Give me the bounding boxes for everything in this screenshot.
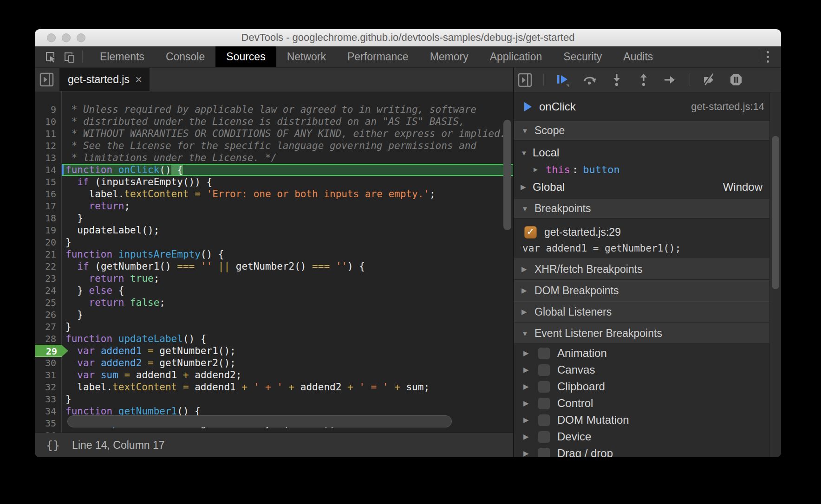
section-event-listener-breakpoints[interactable]: ▼ Event Listener Breakpoints — [514, 323, 781, 344]
tab-console[interactable]: Console — [155, 46, 215, 67]
code-text[interactable] — [62, 429, 513, 433]
show-navigator-icon[interactable] — [39, 72, 54, 87]
line-number[interactable]: 33 — [35, 393, 62, 405]
line-number[interactable]: 19 — [35, 224, 62, 236]
breakpoint-marker[interactable]: 29 — [35, 345, 68, 357]
code-line-24[interactable]: 24 } else { — [35, 284, 513, 297]
chevron-right-icon[interactable]: ▶ — [523, 382, 531, 391]
tab-sources[interactable]: Sources — [215, 46, 276, 67]
customize-menu-icon[interactable] — [759, 51, 776, 63]
chevron-right-icon[interactable]: ▶ — [523, 399, 531, 407]
tab-performance[interactable]: Performance — [337, 46, 419, 67]
code-line-22[interactable]: 22 if (getNumber1() === '' || getNumber2… — [35, 260, 513, 272]
code-line-30[interactable]: 30 var addend2 = getNumber2(); — [35, 357, 513, 369]
line-number[interactable]: 36 — [35, 429, 62, 433]
resume-script-icon[interactable] — [555, 72, 571, 88]
vertical-scrollbar[interactable] — [503, 120, 511, 230]
code-text[interactable]: * WITHOUT WARRANTIES OR CONDITIONS OF AN… — [62, 128, 513, 140]
category-checkbox[interactable] — [538, 414, 550, 426]
step-into-icon[interactable] — [609, 72, 625, 88]
code-line-14[interactable]: 14function onClick() { — [35, 164, 513, 176]
code-line-28[interactable]: 28function updateLabel() { — [35, 333, 513, 345]
line-number[interactable]: 26 — [35, 309, 62, 321]
line-number[interactable]: 24 — [35, 284, 62, 297]
tab-memory[interactable]: Memory — [419, 46, 479, 67]
file-tab-get-started[interactable]: get-started.js × — [59, 68, 150, 91]
code-text[interactable]: updateLabel(); — [62, 224, 513, 236]
code-line-11[interactable]: 11 * WITHOUT WARRANTIES OR CONDITIONS OF… — [35, 128, 513, 140]
step-over-icon[interactable] — [582, 72, 598, 88]
code-text[interactable]: * limitations under the License. */ — [62, 152, 513, 164]
code-line-12[interactable]: 12 * See the License for the specific la… — [35, 140, 513, 152]
code-line-26[interactable]: 26 } — [35, 309, 513, 321]
line-number[interactable]: 9 — [35, 103, 62, 116]
scope-this-entry[interactable]: ▶ this: button — [514, 161, 781, 178]
code-line-15[interactable]: 15 if (inputsAreEmpty()) { — [35, 176, 513, 188]
step-icon[interactable] — [663, 72, 678, 88]
section-breakpoints[interactable]: ▼ Breakpoints — [514, 199, 781, 219]
breakpoint-entry[interactable]: get-started.js:29 — [514, 224, 781, 240]
category-checkbox[interactable] — [538, 347, 550, 360]
code-line-13[interactable]: 13 * limitations under the License. */ — [35, 152, 513, 164]
code-line-29[interactable]: 29 var addend1 = getNumber1(); — [35, 345, 513, 357]
line-number[interactable]: 34 — [35, 405, 62, 417]
code-text[interactable]: return; — [62, 200, 513, 212]
code-line-10[interactable]: 10 * distributed under the License is di… — [35, 116, 513, 128]
sidebar-scrollbar[interactable] — [769, 92, 781, 457]
tab-audits[interactable]: Audits — [612, 46, 664, 67]
device-toolbar-icon[interactable] — [63, 50, 76, 63]
section-dom-breakpoints[interactable]: ▶ DOM Breakpoints — [514, 280, 781, 301]
category-checkbox[interactable] — [538, 381, 550, 393]
code-line-23[interactable]: 23 return true; — [35, 272, 513, 284]
line-number[interactable]: 11 — [35, 128, 62, 140]
category-checkbox[interactable] — [538, 447, 550, 458]
code-text[interactable]: } — [62, 393, 513, 405]
step-out-icon[interactable] — [636, 72, 652, 88]
line-number[interactable]: 21 — [35, 248, 62, 260]
code-text[interactable]: } — [62, 309, 513, 321]
code-text[interactable]: * distributed under the License is distr… — [62, 116, 513, 128]
line-number[interactable]: 20 — [35, 236, 62, 248]
line-number[interactable]: 23 — [35, 272, 62, 284]
toggle-sidebar-icon[interactable] — [518, 73, 532, 87]
event-category-control[interactable]: ▶Control — [514, 395, 781, 412]
line-number[interactable]: 10 — [35, 116, 62, 128]
chevron-right-icon[interactable]: ▶ — [523, 349, 531, 357]
code-text[interactable]: } else { — [62, 284, 513, 297]
line-number[interactable]: 12 — [35, 140, 62, 152]
code-line-20[interactable]: 20} — [35, 236, 513, 248]
frame-location[interactable]: get-started.js:14 — [691, 101, 764, 113]
code-line-17[interactable]: 17 return; — [35, 200, 513, 212]
tab-application[interactable]: Application — [479, 46, 553, 67]
event-category-clipboard[interactable]: ▶Clipboard — [514, 378, 781, 395]
code-text[interactable]: } — [62, 236, 513, 248]
code-line-19[interactable]: 19 updateLabel(); — [35, 224, 513, 236]
breakpoint-checkbox[interactable] — [524, 226, 537, 239]
horizontal-scrollbar[interactable] — [67, 415, 452, 427]
code-text[interactable]: } — [62, 321, 513, 333]
event-category-canvas[interactable]: ▶Canvas — [514, 362, 781, 378]
tab-security[interactable]: Security — [553, 46, 612, 67]
line-number[interactable]: 15 — [35, 176, 62, 188]
code-line-21[interactable]: 21function inputsAreEmpty() { — [35, 248, 513, 260]
line-number[interactable]: 35 — [35, 417, 62, 429]
code-line-33[interactable]: 33} — [35, 393, 513, 405]
line-number[interactable]: 17 — [35, 200, 62, 212]
chevron-right-icon[interactable]: ▶ — [523, 416, 531, 424]
code-line-32[interactable]: 32 label.textContent = addend1 + ' + ' +… — [35, 381, 513, 393]
code-text[interactable]: * See the License for the specific langu… — [62, 140, 513, 152]
category-checkbox[interactable] — [538, 397, 550, 410]
chevron-right-icon[interactable]: ▶ — [523, 449, 531, 457]
category-checkbox[interactable] — [538, 364, 550, 376]
code-text[interactable]: if (getNumber1() === '' || getNumber2() … — [62, 260, 513, 272]
line-number[interactable]: 30 — [35, 357, 62, 369]
scope-global[interactable]: ▶ Global Window — [514, 178, 781, 196]
code-text[interactable]: var addend1 = getNumber1(); — [62, 345, 513, 357]
chevron-right-icon[interactable]: ▶ — [523, 433, 531, 441]
deactivate-breakpoints-icon[interactable] — [701, 72, 717, 88]
code-text[interactable]: function inputsAreEmpty() { — [62, 248, 513, 260]
code-line-25[interactable]: 25 return false; — [35, 297, 513, 309]
line-number[interactable]: 31 — [35, 369, 62, 381]
event-category-device[interactable]: ▶Device — [514, 428, 781, 445]
code-text[interactable]: } — [62, 212, 513, 224]
